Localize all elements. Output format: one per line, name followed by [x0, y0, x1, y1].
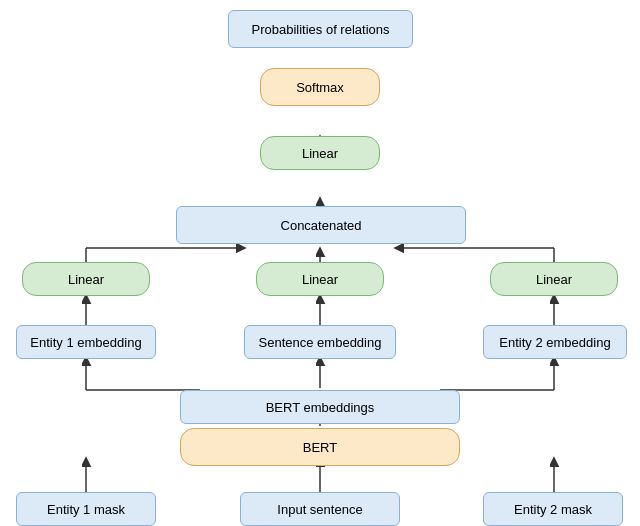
entity2-embedding-node: Entity 2 embedding — [483, 325, 627, 359]
linear-top-node: Linear — [260, 136, 380, 170]
sentence-embedding-node: Sentence embedding — [244, 325, 396, 359]
entity2-mask-node: Entity 2 mask — [483, 492, 623, 526]
linear-mid-node: Linear — [256, 262, 384, 296]
softmax-node: Softmax — [260, 68, 380, 106]
probabilities-node: Probabilities of relations — [228, 10, 413, 48]
entity1-mask-node: Entity 1 mask — [16, 492, 156, 526]
linear-left-node: Linear — [22, 262, 150, 296]
diagram: Probabilities of relations Softmax Linea… — [0, 0, 640, 526]
bert-node: BERT — [180, 428, 460, 466]
input-sentence-node: Input sentence — [240, 492, 400, 526]
concatenated-node: Concatenated — [176, 206, 466, 244]
bert-embeddings-node: BERT embeddings — [180, 390, 460, 424]
linear-right-node: Linear — [490, 262, 618, 296]
entity1-embedding-node: Entity 1 embedding — [16, 325, 156, 359]
